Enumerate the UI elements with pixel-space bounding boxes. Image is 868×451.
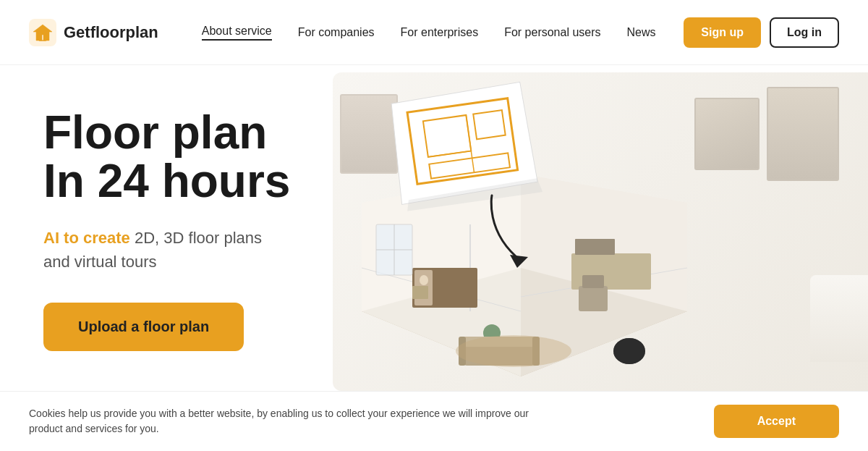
arrow-icon <box>477 188 550 275</box>
wall-art-mid <box>694 98 760 170</box>
upload-floor-plan-button[interactable]: Upload a floor plan <box>43 303 244 351</box>
cookie-bar: Cookies help us provide you with a bette… <box>0 391 868 451</box>
accept-cookies-button[interactable]: Accept <box>714 405 839 438</box>
svg-rect-28 <box>582 275 604 288</box>
svg-rect-27 <box>579 286 608 311</box>
svg-rect-22 <box>412 286 428 299</box>
hero-title: Floor plan In 24 hours <box>43 109 318 206</box>
right-chair <box>810 275 868 362</box>
svg-marker-10 <box>510 255 528 268</box>
hero-subtitle: AI to create 2D, 3D floor plansand virtu… <box>43 226 318 274</box>
nav-for-personal-users[interactable]: For personal users <box>504 26 600 39</box>
hero-content: Floor plan In 24 hours AI to create 2D, … <box>0 65 347 380</box>
nav-links: About service For companies For enterpri… <box>202 25 684 41</box>
hero-visual-background <box>333 72 868 391</box>
logo-link[interactable]: Getfloorplan <box>29 19 158 46</box>
nav-for-enterprises[interactable]: For enterprises <box>401 26 479 39</box>
svg-point-33 <box>456 335 571 367</box>
hero-image-area <box>347 65 868 391</box>
brand-name: Getfloorplan <box>64 23 158 42</box>
svg-rect-21 <box>420 275 428 285</box>
hero-subtitle-highlight: AI to create <box>43 229 130 247</box>
signup-button[interactable]: Sign up <box>684 17 761 48</box>
nav-news[interactable]: News <box>627 26 656 39</box>
hero-section: Floor plan In 24 hours AI to create 2D, … <box>0 65 868 391</box>
login-button[interactable]: Log in <box>770 17 839 48</box>
logo-icon <box>29 19 56 46</box>
wall-art-right <box>767 87 839 181</box>
navbar: Getfloorplan About service For companies… <box>0 0 868 65</box>
nav-for-companies[interactable]: For companies <box>298 26 375 39</box>
svg-point-35 <box>613 338 645 364</box>
nav-about-service[interactable]: About service <box>202 25 272 41</box>
svg-rect-26 <box>575 239 615 255</box>
nav-actions: Sign up Log in <box>684 17 839 48</box>
cookie-text: Cookies help us provide you with a bette… <box>29 406 550 437</box>
